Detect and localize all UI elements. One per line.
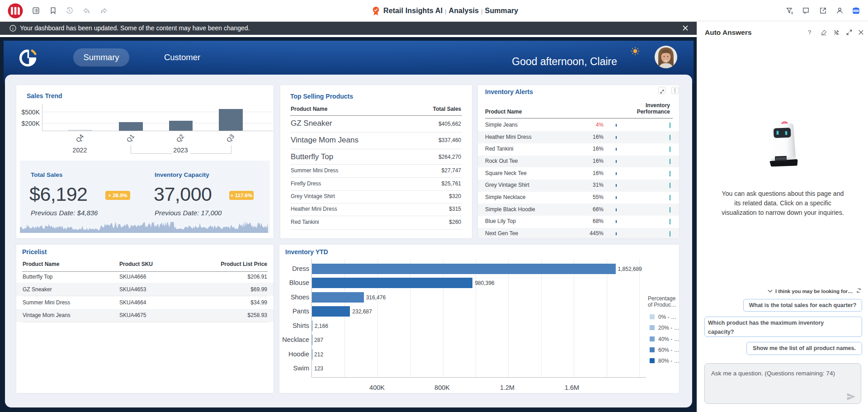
svg-text:1: 1	[791, 11, 793, 14]
